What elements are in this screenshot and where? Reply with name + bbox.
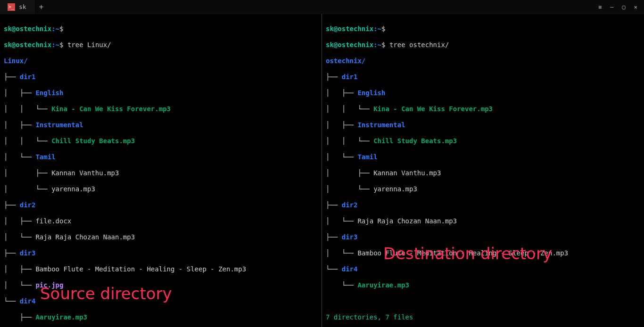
terminal-split: sk@ostechnix:~$ sk@ostechnix:~$ tree Lin…	[0, 14, 644, 327]
tab-sk[interactable]: >_ sk	[0, 0, 34, 14]
root-dir-left: Linux/	[4, 57, 28, 65]
titlebar: >_ sk + ≡ — ▢ ✕	[0, 0, 644, 14]
new-tab-button[interactable]: +	[34, 2, 49, 11]
overlay-label-source: Source directory	[40, 290, 172, 298]
root-dir-right: ostechnix/	[326, 57, 365, 65]
close-icon[interactable]: ✕	[634, 4, 637, 10]
cmd-tree-left: tree Linux/	[67, 41, 111, 49]
summary-right: 7 directories, 7 files	[326, 313, 413, 321]
cmd-tree-right: tree ostechnix/	[389, 41, 449, 49]
window-controls: ≡ — ▢ ✕	[598, 4, 644, 10]
tab-label: sk	[19, 3, 26, 10]
overlay-label-destination: Destination directory	[383, 250, 552, 258]
terminal-icon: >_	[8, 3, 15, 11]
maximize-icon[interactable]: ▢	[622, 4, 626, 10]
minimize-icon[interactable]: —	[610, 4, 613, 10]
terminal-pane-left[interactable]: sk@ostechnix:~$ sk@ostechnix:~$ tree Lin…	[0, 14, 322, 327]
menu-icon[interactable]: ≡	[598, 4, 602, 10]
terminal-pane-right[interactable]: sk@ostechnix:~$ sk@ostechnix:~$ tree ost…	[322, 14, 644, 327]
